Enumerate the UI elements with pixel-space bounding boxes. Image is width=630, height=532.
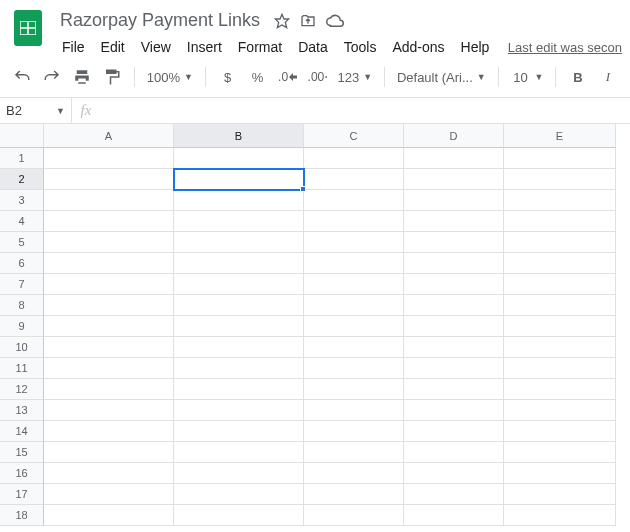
font-size-dropdown[interactable]: 10▼ (506, 63, 547, 91)
cell-D13[interactable] (404, 400, 504, 421)
increase-decimal-button[interactable]: .00 (304, 63, 332, 91)
cell-E9[interactable] (504, 316, 616, 337)
cell-D6[interactable] (404, 253, 504, 274)
cell-B5[interactable] (174, 232, 304, 253)
undo-button[interactable] (8, 63, 36, 91)
cell-D16[interactable] (404, 463, 504, 484)
cell-A14[interactable] (44, 421, 174, 442)
cell-D1[interactable] (404, 148, 504, 169)
cell-A6[interactable] (44, 253, 174, 274)
cell-C13[interactable] (304, 400, 404, 421)
sheets-logo[interactable] (8, 8, 48, 48)
document-title[interactable]: Razorpay Payment Links (56, 8, 264, 33)
cell-B1[interactable] (174, 148, 304, 169)
column-header-B[interactable]: B (174, 124, 304, 148)
cell-B3[interactable] (174, 190, 304, 211)
row-header-2[interactable]: 2 (0, 169, 44, 190)
cell-C17[interactable] (304, 484, 404, 505)
cell-D3[interactable] (404, 190, 504, 211)
cloud-icon[interactable] (326, 13, 344, 29)
cell-A17[interactable] (44, 484, 174, 505)
row-header-13[interactable]: 13 (0, 400, 44, 421)
menu-format[interactable]: Format (232, 37, 288, 57)
cell-E3[interactable] (504, 190, 616, 211)
cell-C4[interactable] (304, 211, 404, 232)
cell-D17[interactable] (404, 484, 504, 505)
cell-C7[interactable] (304, 274, 404, 295)
cell-A13[interactable] (44, 400, 174, 421)
cell-D10[interactable] (404, 337, 504, 358)
menu-view[interactable]: View (135, 37, 177, 57)
cell-E10[interactable] (504, 337, 616, 358)
menu-insert[interactable]: Insert (181, 37, 228, 57)
star-icon[interactable] (274, 13, 290, 29)
menu-addons[interactable]: Add-ons (386, 37, 450, 57)
bold-button[interactable]: B (564, 63, 592, 91)
cell-D9[interactable] (404, 316, 504, 337)
row-header-3[interactable]: 3 (0, 190, 44, 211)
cell-E1[interactable] (504, 148, 616, 169)
cell-E6[interactable] (504, 253, 616, 274)
italic-button[interactable]: I (594, 63, 622, 91)
cell-C10[interactable] (304, 337, 404, 358)
cell-A2[interactable] (44, 169, 174, 190)
cell-B11[interactable] (174, 358, 304, 379)
menu-tools[interactable]: Tools (338, 37, 383, 57)
menu-data[interactable]: Data (292, 37, 334, 57)
select-all-corner[interactable] (0, 124, 44, 148)
cell-C1[interactable] (304, 148, 404, 169)
cell-E12[interactable] (504, 379, 616, 400)
cell-B12[interactable] (174, 379, 304, 400)
row-header-12[interactable]: 12 (0, 379, 44, 400)
percent-button[interactable]: % (244, 63, 272, 91)
column-header-D[interactable]: D (404, 124, 504, 148)
cell-C14[interactable] (304, 421, 404, 442)
cell-E2[interactable] (504, 169, 616, 190)
row-header-14[interactable]: 14 (0, 421, 44, 442)
cell-C5[interactable] (304, 232, 404, 253)
cell-A10[interactable] (44, 337, 174, 358)
last-edit-link[interactable]: Last edit was secon (508, 40, 622, 55)
more-formats-dropdown[interactable]: 123▼ (334, 63, 377, 91)
cell-B6[interactable] (174, 253, 304, 274)
move-icon[interactable] (300, 13, 316, 29)
row-header-7[interactable]: 7 (0, 274, 44, 295)
cell-A11[interactable] (44, 358, 174, 379)
row-header-1[interactable]: 1 (0, 148, 44, 169)
column-header-A[interactable]: A (44, 124, 174, 148)
cell-C16[interactable] (304, 463, 404, 484)
cell-B13[interactable] (174, 400, 304, 421)
cell-C12[interactable] (304, 379, 404, 400)
cell-B14[interactable] (174, 421, 304, 442)
cell-A15[interactable] (44, 442, 174, 463)
cell-A18[interactable] (44, 505, 174, 526)
cell-D5[interactable] (404, 232, 504, 253)
row-header-9[interactable]: 9 (0, 316, 44, 337)
cell-A7[interactable] (44, 274, 174, 295)
cell-D12[interactable] (404, 379, 504, 400)
cell-B9[interactable] (174, 316, 304, 337)
menu-help[interactable]: Help (455, 37, 496, 57)
cell-A9[interactable] (44, 316, 174, 337)
cell-B8[interactable] (174, 295, 304, 316)
cell-D7[interactable] (404, 274, 504, 295)
column-header-C[interactable]: C (304, 124, 404, 148)
cell-A8[interactable] (44, 295, 174, 316)
row-header-10[interactable]: 10 (0, 337, 44, 358)
row-header-4[interactable]: 4 (0, 211, 44, 232)
column-header-E[interactable]: E (504, 124, 616, 148)
cell-C15[interactable] (304, 442, 404, 463)
cell-E4[interactable] (504, 211, 616, 232)
cell-B4[interactable] (174, 211, 304, 232)
cell-E14[interactable] (504, 421, 616, 442)
cell-E18[interactable] (504, 505, 616, 526)
menu-file[interactable]: File (56, 37, 91, 57)
cell-C6[interactable] (304, 253, 404, 274)
cell-C3[interactable] (304, 190, 404, 211)
cell-A16[interactable] (44, 463, 174, 484)
row-header-15[interactable]: 15 (0, 442, 44, 463)
cell-B10[interactable] (174, 337, 304, 358)
cell-D14[interactable] (404, 421, 504, 442)
row-header-16[interactable]: 16 (0, 463, 44, 484)
formula-bar[interactable] (100, 98, 630, 123)
